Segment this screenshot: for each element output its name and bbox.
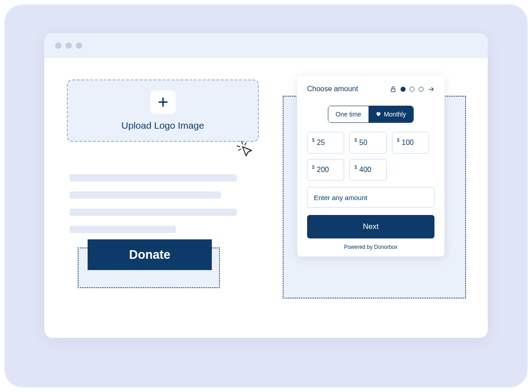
placeholder-line bbox=[70, 226, 176, 233]
browser-titlebar bbox=[44, 33, 488, 58]
plus-icon bbox=[157, 96, 169, 108]
upload-label: Upload Logo Image bbox=[121, 120, 204, 131]
amount-option[interactable]: $ 50 bbox=[350, 132, 387, 154]
frequency-one-time-button[interactable]: One time bbox=[328, 106, 369, 122]
step-indicator bbox=[419, 87, 424, 92]
donate-button[interactable]: Donate bbox=[88, 239, 212, 270]
browser-window: Upload Logo Image Donate Choose amount bbox=[44, 33, 488, 338]
placeholder-text-lines bbox=[70, 174, 241, 243]
amount-value: 25 bbox=[317, 139, 325, 147]
frequency-one-time-label: One time bbox=[336, 111, 361, 118]
widget-header: Choose amount bbox=[297, 76, 444, 99]
svg-line-3 bbox=[237, 146, 240, 147]
svg-line-5 bbox=[238, 149, 241, 150]
widget-header-icons bbox=[390, 86, 434, 93]
step-indicator bbox=[410, 87, 415, 92]
traffic-light-dot bbox=[76, 42, 82, 49]
svg-line-4 bbox=[245, 143, 246, 145]
placeholder-line bbox=[70, 174, 237, 182]
traffic-light-dot bbox=[55, 42, 61, 49]
amount-options: $ 25 $ 50 $ 100 $ 200 $ 400 bbox=[297, 123, 444, 181]
page-content: Upload Logo Image Donate Choose amount bbox=[44, 58, 488, 338]
svg-rect-6 bbox=[391, 89, 395, 91]
currency-symbol: $ bbox=[312, 165, 315, 170]
amount-option[interactable]: $ 100 bbox=[392, 132, 429, 154]
currency-symbol: $ bbox=[355, 165, 357, 170]
frequency-toggle: One time Monthly bbox=[328, 106, 414, 123]
custom-amount-placeholder: Enter any amount bbox=[314, 194, 367, 201]
widget-title: Choose amount bbox=[307, 85, 358, 93]
amount-value: 50 bbox=[359, 139, 368, 147]
lock-icon bbox=[390, 86, 397, 93]
placeholder-line bbox=[70, 191, 221, 199]
next-button-label: Next bbox=[363, 222, 379, 231]
amount-option[interactable]: $ 200 bbox=[307, 159, 344, 181]
heart-icon bbox=[376, 112, 381, 117]
frequency-monthly-label: Monthly bbox=[384, 111, 406, 118]
powered-by-text: Powered by Donorbox bbox=[297, 244, 444, 250]
amount-value: 200 bbox=[317, 166, 329, 174]
custom-amount-input[interactable]: Enter any amount bbox=[307, 187, 434, 208]
amount-option[interactable]: $ 400 bbox=[350, 159, 387, 181]
plus-icon-tile bbox=[150, 90, 176, 114]
donation-widget: Choose amount One t bbox=[297, 76, 444, 257]
placeholder-line bbox=[70, 209, 237, 216]
frequency-monthly-button[interactable]: Monthly bbox=[369, 106, 413, 122]
currency-symbol: $ bbox=[312, 138, 315, 143]
arrow-right-icon bbox=[428, 86, 434, 93]
next-button[interactable]: Next bbox=[307, 215, 434, 238]
amount-value: 100 bbox=[402, 139, 414, 147]
currency-symbol: $ bbox=[355, 138, 357, 143]
step-indicator-active bbox=[401, 87, 406, 92]
cursor-click-icon bbox=[236, 140, 255, 159]
amount-value: 400 bbox=[359, 166, 372, 174]
amount-option[interactable]: $ 25 bbox=[307, 132, 344, 154]
traffic-light-dot bbox=[65, 42, 72, 49]
donate-button-dropzone[interactable]: Donate bbox=[78, 247, 220, 288]
upload-logo-dropzone[interactable]: Upload Logo Image bbox=[67, 79, 259, 142]
currency-symbol: $ bbox=[397, 138, 400, 143]
